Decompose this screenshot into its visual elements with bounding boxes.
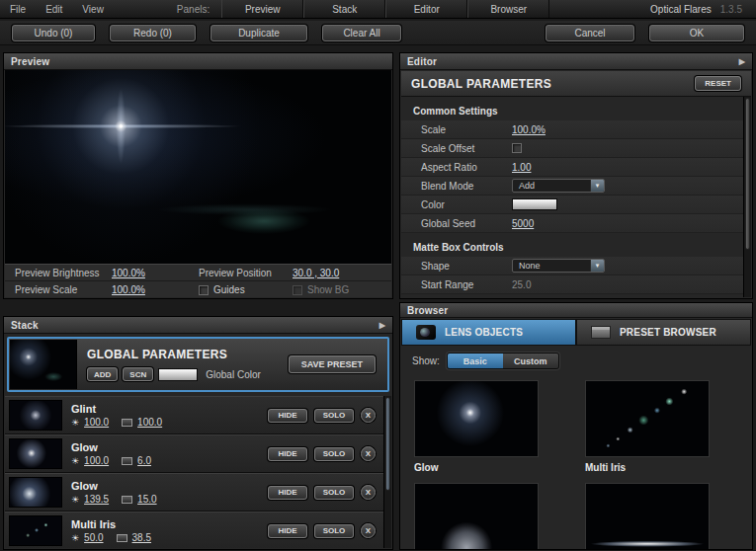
editor-titlebar: GLOBAL PARAMETERS RESET xyxy=(401,71,751,97)
common-settings-header: Common Settings xyxy=(401,97,743,120)
browser-tabs: LENS OBJECTS PRESET BROWSER xyxy=(401,319,751,346)
duplicate-button[interactable]: Duplicate xyxy=(210,25,307,41)
global-color-swatch[interactable] xyxy=(158,368,198,381)
preview-brightness-value[interactable]: 100.0% xyxy=(112,268,199,278)
show-bg-label: Show BG xyxy=(307,284,349,295)
clear-all-button[interactable]: Clear All xyxy=(322,25,401,41)
save-preset-button[interactable]: SAVE PRESET xyxy=(289,355,376,373)
guides-checkbox[interactable] xyxy=(199,285,209,295)
show-custom-button[interactable]: Custom xyxy=(503,354,558,368)
hide-button[interactable]: HIDE xyxy=(268,447,307,461)
layer-buttons: HIDE SOLO X xyxy=(268,485,383,500)
lens-object-multi-iris[interactable]: Multi Iris xyxy=(585,380,710,473)
cancel-button[interactable]: Cancel xyxy=(546,25,634,41)
layer-scale-value[interactable]: 38.5 xyxy=(132,532,151,543)
stack-layer-list: Glint ☀ 100.0 100.0 HIDE SOLO X xyxy=(5,396,383,548)
delete-layer-button[interactable]: X xyxy=(361,523,376,538)
brightness-icon: ☀ xyxy=(71,456,79,466)
preview-position-value[interactable]: 30.0 , 30.0 xyxy=(293,268,379,278)
lens-object-partial-1[interactable] xyxy=(414,483,539,549)
delete-layer-button[interactable]: X xyxy=(361,485,376,500)
redo-button[interactable]: Redo (0) xyxy=(110,25,196,41)
show-bg-toggle[interactable]: Show BG xyxy=(293,284,386,295)
stack-layer-glow-2[interactable]: Glow ☀ 139.5 15.0 HIDE SOLO X xyxy=(5,473,383,512)
editor-scrollbar[interactable] xyxy=(743,97,751,297)
menu-edit[interactable]: Edit xyxy=(36,0,72,18)
start-range-label: Start Range xyxy=(401,279,512,290)
scn-button[interactable]: SCN xyxy=(123,367,153,381)
solo-button[interactable]: SOLO xyxy=(314,447,354,461)
tab-lens-objects[interactable]: LENS OBJECTS xyxy=(401,319,576,346)
solo-button[interactable]: SOLO xyxy=(314,524,354,538)
chevron-down-icon[interactable]: ▼ xyxy=(590,260,604,272)
glow-thumbnail[interactable] xyxy=(414,380,539,457)
partial-thumbnail-2[interactable] xyxy=(585,483,710,549)
add-button[interactable]: ADD xyxy=(87,367,118,381)
layer-brightness-value[interactable]: 100.0 xyxy=(84,417,109,428)
stack-layer-multi-iris[interactable]: Multi Iris ☀ 50.0 38.5 HIDE SOLO X xyxy=(5,512,383,548)
preview-render-area[interactable] xyxy=(5,70,391,264)
delete-layer-button[interactable]: X xyxy=(361,446,376,461)
stack-scrollbar-thumb[interactable] xyxy=(385,397,390,491)
global-parameters-row[interactable]: GLOBAL PARAMETERS ADD SCN Global Color S… xyxy=(7,337,389,392)
stack-scrollbar[interactable] xyxy=(383,396,391,548)
partial-thumbnail-1[interactable] xyxy=(414,483,539,549)
start-range-value[interactable]: 25.0 xyxy=(512,279,531,290)
show-basic-button[interactable]: Basic xyxy=(448,354,503,368)
menu-view[interactable]: View xyxy=(72,0,114,18)
stack-panel: Stack ▶ GLOBAL PARAMETERS ADD SCN Global… xyxy=(3,316,393,550)
panel-toggle-preview[interactable]: Preview xyxy=(221,0,303,18)
preview-scale-label: Preview Scale xyxy=(5,284,112,295)
chevron-down-icon[interactable]: ▼ xyxy=(590,180,604,192)
layer-scale-value[interactable]: 15.0 xyxy=(137,494,156,505)
layer-scale-value[interactable]: 100.0 xyxy=(137,417,162,428)
solo-button[interactable]: SOLO xyxy=(314,409,354,423)
lens-object-glow[interactable]: Glow xyxy=(414,380,539,473)
scale-label: Scale xyxy=(401,124,512,135)
menu-file[interactable]: File xyxy=(0,0,36,18)
blend-mode-dropdown[interactable]: Add ▼ xyxy=(512,179,605,193)
shape-dropdown[interactable]: None ▼ xyxy=(512,259,605,273)
layer-brightness-value[interactable]: 50.0 xyxy=(84,532,103,543)
multi-iris-thumbnail[interactable] xyxy=(585,380,710,457)
tab-preset-browser[interactable]: PRESET BROWSER xyxy=(576,319,751,346)
guides-toggle[interactable]: Guides xyxy=(199,284,293,295)
global-seed-value[interactable]: 5000 xyxy=(512,218,534,229)
panel-menu-arrow-icon[interactable]: ▶ xyxy=(379,321,385,330)
panel-menu-arrow-icon[interactable]: ▶ xyxy=(739,57,745,66)
panel-toggle-editor[interactable]: Editor xyxy=(385,0,467,18)
hide-button[interactable]: HIDE xyxy=(268,409,307,423)
hide-button[interactable]: HIDE xyxy=(268,524,307,538)
lens-object-partial-2[interactable] xyxy=(585,483,710,549)
undo-button[interactable]: Undo (0) xyxy=(12,25,95,41)
stack-layer-glint[interactable]: Glint ☀ 100.0 100.0 HIDE SOLO X xyxy=(5,396,383,434)
solo-button[interactable]: SOLO xyxy=(314,486,354,500)
ok-button[interactable]: OK xyxy=(649,25,744,41)
preview-scale-value[interactable]: 100.0% xyxy=(112,284,199,295)
stack-layer-glow-1[interactable]: Glow ☀ 100.0 6.0 HIDE SOLO X xyxy=(5,434,383,473)
editor-scrollbar-thumb[interactable] xyxy=(745,98,750,250)
layer-buttons: HIDE SOLO X xyxy=(268,446,383,461)
editor-row-color: Color xyxy=(401,196,743,214)
scale-offset-checkbox[interactable] xyxy=(512,143,522,153)
layer-brightness-value[interactable]: 100.0 xyxy=(84,455,109,466)
layer-scale-value[interactable]: 6.0 xyxy=(137,455,151,466)
aspect-ratio-value[interactable]: 1.00 xyxy=(512,162,531,173)
editor-panel-title: Editor xyxy=(407,56,437,67)
color-swatch[interactable] xyxy=(512,198,557,210)
hide-button[interactable]: HIDE xyxy=(268,486,307,500)
layer-info: Glow ☀ 139.5 15.0 xyxy=(62,480,268,505)
show-bg-checkbox[interactable] xyxy=(293,285,302,295)
editor-row-aspect-ratio: Aspect Ratio 1.00 xyxy=(401,158,743,177)
global-parameters-controls: ADD SCN Global Color xyxy=(87,367,289,381)
layer-buttons: HIDE SOLO X xyxy=(268,408,383,423)
preview-panel-header: Preview xyxy=(4,53,392,70)
delete-layer-button[interactable]: X xyxy=(361,408,376,423)
panel-toggle-browser[interactable]: Browser xyxy=(467,0,549,18)
reset-button[interactable]: RESET xyxy=(695,76,741,91)
layer-brightness-value[interactable]: 139.5 xyxy=(84,494,109,505)
editor-parameters: Common Settings Scale 100.0% Scale Offse… xyxy=(401,97,743,297)
global-parameters-info: GLOBAL PARAMETERS ADD SCN Global Color xyxy=(77,348,289,381)
scale-value[interactable]: 100.0% xyxy=(512,124,546,135)
panel-toggle-stack[interactable]: Stack xyxy=(303,0,385,18)
